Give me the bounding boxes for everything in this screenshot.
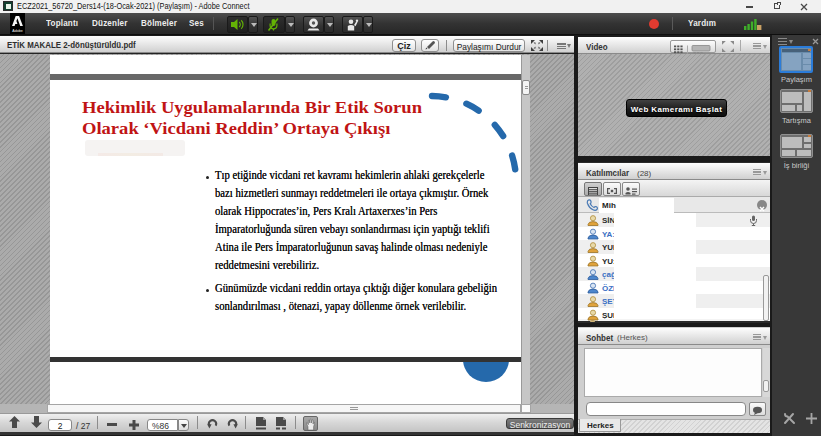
svg-text:Adobe: Adobe [12, 29, 22, 33]
